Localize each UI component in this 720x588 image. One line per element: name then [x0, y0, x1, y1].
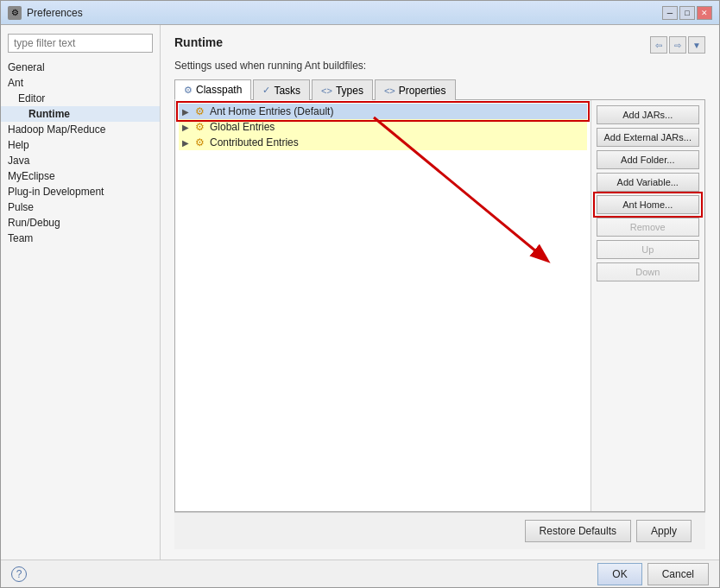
sidebar: General Ant Editor Runtime Hadoop Map/Re…: [1, 25, 161, 560]
sidebar-item-ant-runtime[interactable]: Runtime: [1, 106, 160, 122]
content-area: General Ant Editor Runtime Hadoop Map/Re…: [1, 25, 719, 560]
bottom-bar-right: Restore Defaults Apply: [525, 520, 692, 542]
tab-classpath[interactable]: ⚙ Classpath: [174, 79, 251, 100]
sidebar-item-label: General: [8, 61, 45, 73]
remove-button[interactable]: Remove: [597, 218, 700, 237]
add-folder-button[interactable]: Add Folder...: [597, 150, 700, 169]
sidebar-item-label: Run/Debug: [8, 217, 60, 229]
sidebar-item-label: MyEclipse: [8, 170, 55, 182]
tabs: ⚙ Classpath ✓ Tasks <> Types <> Properti…: [174, 79, 705, 100]
classpath-tab-icon: ⚙: [184, 85, 193, 96]
preferences-window: ⚙ Preferences ─ □ ✕ General Ant Editor R…: [0, 0, 720, 588]
properties-tab-icon: <>: [384, 85, 395, 96]
title-controls: ─ □ ✕: [662, 6, 712, 20]
sidebar-item-pulse[interactable]: Pulse: [1, 199, 160, 215]
window-icon: ⚙: [8, 6, 22, 20]
contributed-entries-icon: ⚙: [193, 136, 206, 149]
forward-arrow-button[interactable]: ⇨: [669, 36, 686, 54]
tab-properties-label: Properties: [399, 85, 446, 97]
sidebar-item-java[interactable]: Java: [1, 153, 160, 168]
tab-tasks[interactable]: ✓ Tasks: [253, 79, 310, 100]
cancel-button[interactable]: Cancel: [647, 563, 709, 585]
apply-button[interactable]: Apply: [636, 520, 692, 542]
tab-properties[interactable]: <> Properties: [375, 79, 456, 100]
action-buttons-panel: Add JARs... Add External JARs... Add Fol…: [591, 100, 705, 511]
sidebar-item-label: Runtime: [28, 108, 70, 120]
bottom-bar: Restore Defaults Apply: [174, 512, 705, 549]
tab-tasks-label: Tasks: [274, 85, 300, 97]
sidebar-item-hadoop[interactable]: Hadoop Map/Reduce: [1, 122, 160, 137]
help-icon[interactable]: ?: [11, 566, 27, 582]
footer-bar: ? OK Cancel: [1, 560, 719, 587]
tree-item-ant-home[interactable]: ▶ ⚙ Ant Home Entries (Default): [179, 104, 587, 119]
panel-title: Runtime: [174, 35, 223, 49]
restore-defaults-button[interactable]: Restore Defaults: [525, 520, 631, 542]
ant-home-icon: ⚙: [193, 105, 206, 117]
tasks-tab-icon: ✓: [262, 85, 270, 96]
add-jars-button[interactable]: Add JARs...: [597, 105, 700, 124]
panel-body: ▶ ⚙ Ant Home Entries (Default) ▶ ⚙ Globa…: [174, 100, 705, 512]
tree-item-global[interactable]: ▶ ⚙ Global Entries: [179, 119, 587, 135]
close-button[interactable]: ✕: [697, 6, 712, 20]
arrow-annotation: [175, 100, 591, 511]
window-title: Preferences: [27, 7, 83, 19]
nav-arrows: ⇦ ⇨ ▼: [650, 36, 705, 54]
tab-types[interactable]: <> Types: [312, 79, 373, 100]
sidebar-item-help[interactable]: Help: [1, 137, 160, 153]
tree-item-contributed[interactable]: ▶ ⚙ Contributed Entries: [179, 135, 587, 150]
help-icon-label: ?: [16, 568, 22, 580]
sidebar-item-run-debug[interactable]: Run/Debug: [1, 215, 160, 231]
add-external-jars-button[interactable]: Add External JARs...: [597, 128, 700, 147]
global-entries-icon: ⚙: [193, 121, 206, 133]
types-tab-icon: <>: [321, 85, 332, 96]
sidebar-item-label: Ant: [8, 77, 23, 89]
sidebar-item-label: Pulse: [8, 201, 34, 213]
filter-input[interactable]: [8, 34, 153, 53]
expand-arrow: ▶: [182, 123, 193, 132]
sidebar-item-general[interactable]: General: [1, 60, 160, 75]
dropdown-arrow-button[interactable]: ▼: [688, 36, 705, 54]
panel-description: Settings used when running Ant buildfile…: [174, 60, 705, 72]
sidebar-item-ant[interactable]: Ant: [1, 75, 160, 91]
tree-item-label: Ant Home Entries (Default): [210, 105, 333, 117]
tree-item-label: Contributed Entries: [210, 136, 299, 149]
up-button[interactable]: Up: [597, 240, 700, 259]
sidebar-item-label: Team: [8, 232, 33, 244]
tree-area: ▶ ⚙ Ant Home Entries (Default) ▶ ⚙ Globa…: [175, 100, 591, 511]
tab-types-label: Types: [336, 85, 363, 97]
sidebar-item-label: Java: [8, 155, 29, 167]
ant-home-button[interactable]: Ant Home...: [597, 195, 700, 214]
footer-left: ?: [11, 566, 27, 582]
expand-arrow: ▶: [182, 107, 193, 117]
sidebar-item-label: Help: [8, 139, 29, 151]
add-variable-button[interactable]: Add Variable...: [597, 173, 700, 192]
down-button[interactable]: Down: [597, 262, 700, 281]
maximize-button[interactable]: □: [679, 6, 695, 20]
sidebar-item-label: Hadoop Map/Reduce: [8, 123, 105, 136]
footer-right: OK Cancel: [597, 563, 709, 585]
title-bar-left: ⚙ Preferences: [8, 6, 83, 20]
expand-arrow: ▶: [182, 138, 193, 148]
sidebar-item-ant-editor[interactable]: Editor: [1, 91, 160, 106]
sidebar-item-team[interactable]: Team: [1, 231, 160, 246]
tree-item-label: Global Entries: [210, 121, 275, 133]
ok-button[interactable]: OK: [597, 563, 641, 585]
minimize-button[interactable]: ─: [662, 6, 678, 20]
main-panel: Runtime ⇦ ⇨ ▼ Settings used when running…: [161, 25, 719, 560]
sidebar-item-label: Plug-in Development: [8, 186, 104, 198]
sidebar-item-label: Editor: [18, 92, 45, 104]
sidebar-item-myeclipse[interactable]: MyEclipse: [1, 168, 160, 184]
title-bar: ⚙ Preferences ─ □ ✕: [1, 1, 719, 25]
sidebar-item-plugin-dev[interactable]: Plug-in Development: [1, 184, 160, 199]
tab-classpath-label: Classpath: [196, 84, 242, 96]
back-arrow-button[interactable]: ⇦: [650, 36, 667, 54]
